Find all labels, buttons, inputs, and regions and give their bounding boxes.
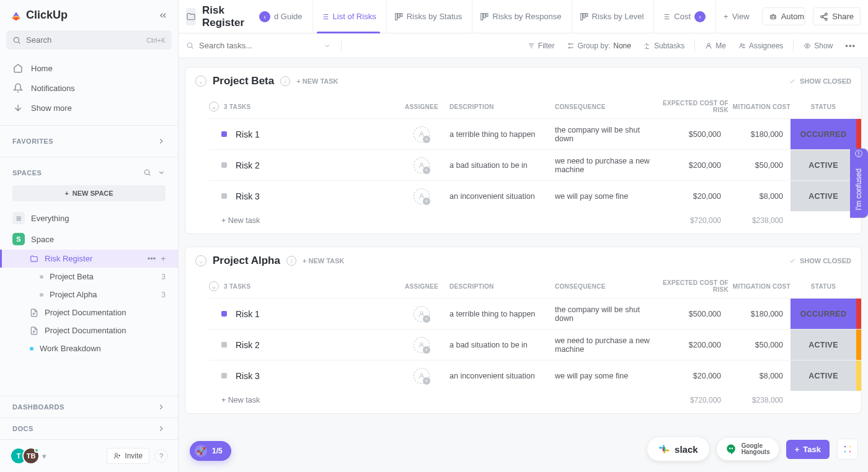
tab-list-of-risks[interactable]: List of Risks <box>312 0 384 33</box>
task-row[interactable]: Risk 3 + an inconvenient situation we wi… <box>209 180 861 211</box>
sidebar-project-beta[interactable]: Project Beta 3 <box>0 268 178 286</box>
tab-risks-by-level[interactable]: Risks by Level <box>572 0 652 33</box>
task-row[interactable]: Risk 1 + a terrible thing to happen the … <box>209 298 861 329</box>
task-search-input[interactable] <box>199 41 316 50</box>
col-header-description[interactable]: DESCRIPTION <box>450 283 555 290</box>
chevron-down-icon[interactable] <box>157 168 166 177</box>
plus-icon[interactable]: + <box>161 254 166 263</box>
assign-button[interactable]: + <box>414 157 430 173</box>
status-cell[interactable]: OCCURRED <box>790 119 856 149</box>
help-button[interactable]: ? <box>154 449 168 463</box>
tab-guide[interactable]: ‹ d Guide <box>252 0 310 33</box>
status-square-icon[interactable] <box>221 342 227 347</box>
status-cell[interactable]: ACTIVE <box>790 330 856 360</box>
chevron-down-icon[interactable]: ▾ <box>42 452 46 461</box>
assign-button[interactable]: + <box>414 188 430 204</box>
hangouts-chip[interactable]: GoogleHangouts <box>717 438 779 460</box>
me-button[interactable]: Me <box>700 39 731 53</box>
col-header-consequence[interactable]: CONSEQUENCE <box>555 283 654 290</box>
sidebar-search[interactable]: Ctrl+K <box>6 30 172 50</box>
dashboards-section[interactable]: DASHBOARDS <box>0 396 178 417</box>
spaces-section[interactable]: SPACES <box>0 162 178 183</box>
assignees-button[interactable]: Assignees <box>733 39 788 53</box>
folder-icon[interactable] <box>186 8 196 25</box>
status-cell[interactable]: ACTIVE <box>790 150 856 180</box>
assign-button[interactable]: + <box>414 337 430 353</box>
new-space-button[interactable]: + NEW SPACE <box>12 185 166 201</box>
filter-button[interactable]: Filter <box>523 39 560 53</box>
collapse-sidebar-icon[interactable] <box>158 11 168 20</box>
sidebar-work-breakdown[interactable]: Work Breakdown <box>0 339 178 357</box>
task-row[interactable]: Risk 1 + a terrible thing to happen the … <box>209 118 861 149</box>
status-square-icon[interactable] <box>221 311 227 317</box>
nav-home[interactable]: Home <box>6 58 172 78</box>
sidebar-risk-register[interactable]: Risk Register ••• + <box>0 250 178 268</box>
assign-button[interactable]: + <box>414 368 430 384</box>
confused-tab[interactable]: I'm confused ⓘ <box>850 149 868 218</box>
assign-button[interactable]: + <box>414 306 430 322</box>
task-search[interactable] <box>186 41 316 50</box>
col-header-cost[interactable]: EXPECTED COST OF RISK <box>654 100 728 113</box>
automate-button[interactable]: Automate <box>763 8 806 25</box>
avatar-stack[interactable]: T TB ▾ <box>10 447 46 465</box>
nav-show-more[interactable]: Show more <box>6 98 172 118</box>
task-row[interactable]: Risk 2 + a bad situation to be in we nee… <box>209 329 861 360</box>
onboarding-pill[interactable]: 🚀 1/5 <box>190 441 231 461</box>
chevron-right-icon[interactable]: › <box>694 11 706 22</box>
groupby-button[interactable]: Group by: None <box>562 39 636 53</box>
col-header-assignee[interactable]: ASSIGNEE <box>394 103 450 110</box>
sidebar-space[interactable]: S Space <box>0 229 178 250</box>
show-closed-toggle[interactable]: SHOW CLOSED <box>789 77 851 85</box>
chevron-left-icon[interactable]: ‹ <box>259 11 270 22</box>
more-icon[interactable]: ••• <box>148 254 156 263</box>
task-row[interactable]: Risk 3 + an inconvenient situation we wi… <box>209 360 861 391</box>
slack-chip[interactable]: slack <box>647 437 709 461</box>
tab-risks-by-status[interactable]: Risks by Status <box>386 0 470 33</box>
nav-notifications[interactable]: Notifications <box>6 78 172 98</box>
apps-button[interactable] <box>837 439 858 460</box>
status-square-icon[interactable] <box>221 162 227 168</box>
collapse-group-button[interactable]: ⌄ <box>195 76 206 87</box>
sidebar-everything[interactable]: ⊞ Everything <box>0 208 178 229</box>
show-closed-toggle[interactable]: SHOW CLOSED <box>789 257 851 264</box>
sidebar-project-alpha[interactable]: Project Alpha 3 <box>0 286 178 304</box>
assign-button[interactable]: + <box>414 126 430 142</box>
collapse-tasks-button[interactable]: ⌄ <box>209 281 219 291</box>
new-task-button[interactable]: + Task <box>786 440 830 459</box>
status-cell[interactable]: OCCURRED <box>790 299 856 329</box>
search-dropdown[interactable] <box>319 42 336 50</box>
col-header-status[interactable]: STATUS <box>790 283 856 290</box>
sidebar-project-doc-2[interactable]: Project Documentation <box>0 321 178 339</box>
status-square-icon[interactable] <box>221 193 227 199</box>
status-square-icon[interactable] <box>221 373 227 378</box>
collapse-group-button[interactable]: ⌄ <box>195 255 206 266</box>
sidebar-search-input[interactable] <box>26 35 146 45</box>
status-cell[interactable]: ACTIVE <box>790 181 856 211</box>
share-button[interactable]: Share <box>813 7 861 25</box>
info-icon[interactable]: i <box>286 256 296 266</box>
col-header-mitigation[interactable]: MITIGATION COST <box>728 103 790 110</box>
info-icon[interactable]: i <box>280 76 290 86</box>
collapse-tasks-button[interactable]: ⌄ <box>209 102 219 111</box>
favorites-section[interactable]: FAVORITES <box>0 131 178 152</box>
invite-button[interactable]: Invite <box>107 448 149 464</box>
col-header-assignee[interactable]: ASSIGNEE <box>394 283 450 290</box>
status-square-icon[interactable] <box>221 131 227 137</box>
new-task-row[interactable]: + New task <box>221 216 394 225</box>
task-row[interactable]: Risk 2 + a bad situation to be in we nee… <box>209 149 861 180</box>
new-task-link[interactable]: + NEW TASK <box>303 257 344 264</box>
sidebar-project-doc-1[interactable]: Project Documentation <box>0 304 178 321</box>
add-view-button[interactable]: + View <box>715 0 757 33</box>
search-spaces-icon[interactable] <box>143 168 151 177</box>
show-button[interactable]: Show <box>799 39 838 53</box>
tab-risks-by-response[interactable]: Risks by Response <box>472 0 569 33</box>
new-task-link[interactable]: + NEW TASK <box>296 77 338 85</box>
status-cell[interactable]: ACTIVE <box>790 361 856 391</box>
docs-section[interactable]: DOCS <box>0 418 178 439</box>
logo[interactable]: ClickUp <box>10 9 68 22</box>
tab-cost[interactable]: Cost › <box>653 0 713 33</box>
col-header-consequence[interactable]: CONSEQUENCE <box>555 103 654 110</box>
more-options[interactable]: ••• <box>840 38 861 53</box>
subtasks-button[interactable]: Subtasks <box>639 39 689 53</box>
col-header-description[interactable]: DESCRIPTION <box>450 103 555 110</box>
